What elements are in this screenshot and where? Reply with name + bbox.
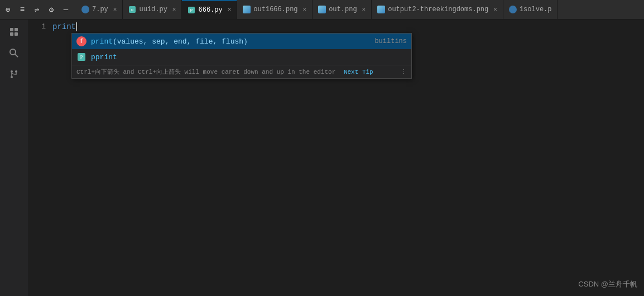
sidebar-search-icon[interactable] [6,45,22,61]
autocomplete-print-label: print(values, sep, end, file, flush) [91,37,370,46]
tab-output2-icon [377,6,385,13]
tab-7py-close[interactable]: ✕ [113,7,117,13]
autocomplete-pprint-label: pprint [91,53,407,61]
autocomplete-pprint-icon: P [76,52,86,62]
tab-666py[interactable]: P 666.py ✕ [182,0,237,19]
svg-rect-6 [10,32,13,36]
settings-icon[interactable]: ⚙ [46,4,57,15]
tab-controls: ⊕ ≡ ⇌ ⚙ — [2,4,71,15]
hint-next-tip-link[interactable]: Next Tip [344,69,373,75]
tab-1solve-icon [509,6,517,13]
tab-666py-icon: P [188,6,195,14]
svg-rect-5 [15,28,18,31]
sort-icon[interactable]: ≡ [17,4,28,15]
tab-uuidpy-label: uuid.py [139,6,167,13]
tab-out-close[interactable]: ✕ [362,7,366,13]
split-icon[interactable]: ⇌ [31,4,42,15]
tab-out1666-close[interactable]: ✕ [303,7,307,13]
watermark: CSDN @兰舟千帆 [578,279,637,289]
code-line-1: print [50,21,644,33]
tab-out1666-label: out1666.png [253,6,297,13]
svg-point-8 [10,49,16,55]
line-gutter: 1 [28,20,50,296]
autocomplete-dropdown: f print(values, sep, end, file, flush) b… [71,33,412,79]
tab-out-icon [318,6,326,13]
editor-area: 1 print f print(values, sep, end, file, … [0,20,644,296]
svg-point-10 [11,70,13,73]
autocomplete-print-params: (values, sep, end, file, flush) [113,37,248,46]
minimize-icon[interactable]: — [60,4,71,15]
tab-out1666png[interactable]: out1666.png ✕ [237,0,313,19]
svg-point-12 [11,76,13,78]
tab-1solvepy[interactable]: 1solve.p [503,0,558,19]
text-cursor [76,22,77,31]
autocomplete-item-pprint[interactable]: P pprint [72,49,411,65]
autocomplete-hint-bar: Ctrl+向下箭头 and Ctrl+向上箭头 will move caret … [72,65,411,78]
global-actions-icon[interactable]: ⊕ [2,4,13,15]
tab-outpng[interactable]: out.png ✕ [313,0,372,19]
sidebar-source-control-icon[interactable] [6,66,22,82]
tab-uuidpy[interactable]: u uuid.py ✕ [123,0,182,19]
tab-bar: ⊕ ≡ ⇌ ⚙ — 7.py ✕ u uuid.py ✕ P 666.py ✕ [0,0,644,20]
tab-7py-icon [81,6,89,13]
tab-1solve-label: 1solve.p [520,6,552,13]
autocomplete-item-print[interactable]: f print(values, sep, end, file, flush) b… [72,34,411,49]
tab-uuidpy-icon: u [128,6,136,13]
svg-rect-7 [15,32,18,36]
hint-menu-icon[interactable]: ⋮ [401,68,407,75]
tab-666py-label: 666.py [198,6,222,14]
sidebar-left [0,20,28,296]
tab-output2png[interactable]: output2-threekingdoms.png ✕ [372,0,503,19]
tab-uuidpy-close[interactable]: ✕ [172,7,176,13]
sidebar-explorer-icon[interactable] [6,24,22,40]
tab-666py-close[interactable]: ✕ [228,7,232,13]
svg-point-11 [15,70,17,73]
tabs-container: 7.py ✕ u uuid.py ✕ P 666.py ✕ out1666.pn… [76,0,644,19]
line-number-1: 1 [41,21,46,33]
tab-7py[interactable]: 7.py ✕ [76,0,123,19]
svg-line-9 [15,54,18,57]
editor-content[interactable]: print f print(values, sep, end, file, fl… [50,20,644,296]
tab-out1666-icon [243,6,251,13]
code-keyword-print: print [52,21,76,33]
svg-text:u: u [131,8,133,12]
autocomplete-print-source: builtins [374,37,407,45]
svg-text:P: P [80,55,83,60]
autocomplete-pprint-match: pprint [91,53,117,61]
autocomplete-print-match: print [91,37,113,46]
tab-out-label: out.png [329,6,357,13]
tab-output2-close[interactable]: ✕ [493,7,497,13]
svg-text:P: P [190,8,193,12]
hint-text: Ctrl+向下箭头 and Ctrl+向上箭头 will move caret … [76,68,335,76]
svg-rect-4 [10,28,13,31]
autocomplete-print-icon: f [76,36,86,46]
tab-output2-label: output2-threekingdoms.png [388,6,488,13]
tab-7py-label: 7.py [92,6,108,13]
